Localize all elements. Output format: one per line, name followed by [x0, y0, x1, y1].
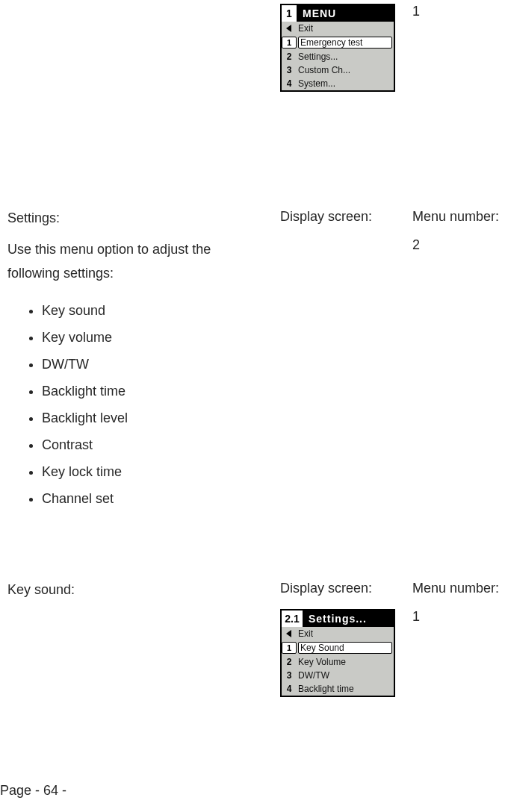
lcd-row-system: 4 System... [282, 77, 394, 90]
lcd-row-idx: 4 [282, 78, 297, 89]
lcd-row-key-sound: 1 Key Sound [282, 641, 394, 655]
lcd-title-num: 2.1 [282, 610, 304, 627]
lcd-row-idx: 2 [282, 51, 297, 62]
lcd-row-label: Settings... [297, 51, 394, 62]
list-item: Backlight time [42, 378, 288, 405]
settings-bullet-list: Key sound Key volume DW/TW Backlight tim… [7, 297, 288, 512]
lcd-row-backlight-time: 4 Backlight time [282, 682, 394, 696]
lcd-title-text: MENU [298, 5, 394, 22]
lcd-screen-menu: 1 MENU Exit 1 Emergency test 2 Settings.… [280, 4, 395, 92]
lcd-row-label: Emergency test [298, 37, 392, 49]
lcd-row-label: System... [297, 78, 394, 89]
lcd-row-idx: 1 [282, 642, 297, 654]
list-item: Key sound [42, 297, 288, 324]
lcd-row-idx: 1 [282, 37, 297, 49]
section-heading-settings: Settings: [7, 209, 254, 228]
lcd-title-num: 1 [282, 5, 298, 22]
menu-number-value: 2 [412, 237, 502, 253]
menu-number-value: 1 [412, 4, 502, 19]
list-item: Channel set [42, 485, 288, 512]
menu-number-value: 1 [412, 609, 502, 625]
lcd-row-dw-tw: 3 DW/TW [282, 669, 394, 682]
lcd-row-label: Key Sound [298, 642, 392, 654]
lcd-row-label: Exit [297, 23, 394, 34]
lcd-row-emergency-test: 1 Emergency test [282, 36, 394, 49]
lcd-titlebar: 2.1 Settings... [282, 610, 394, 627]
lcd-row-idx: 3 [282, 670, 297, 681]
list-item: Key lock time [42, 458, 288, 485]
lcd-row-idx: 3 [282, 65, 297, 75]
svg-marker-0 [286, 25, 291, 32]
display-screen-label: Display screen: [280, 209, 392, 225]
page-number: Page - 64 - [0, 783, 66, 799]
list-item: Contrast [42, 431, 288, 458]
lcd-row-label: Exit [297, 628, 394, 639]
lcd-row-exit: Exit [282, 627, 394, 640]
lcd-screen-settings: 2.1 Settings... Exit 1 Key Sound 2 Key V… [280, 609, 395, 697]
back-arrow-icon [282, 25, 297, 32]
display-screen-label: Display screen: [280, 581, 392, 596]
lcd-title-text: Settings... [304, 610, 394, 627]
lcd-row-idx: 4 [282, 684, 297, 694]
list-item: DW/TW [42, 351, 288, 378]
lcd-row-key-volume: 2 Key Volume [282, 655, 394, 669]
settings-description: Use this menu option to adjust the follo… [7, 237, 254, 286]
section-heading-key-sound: Key sound: [7, 581, 254, 599]
list-item: Backlight level [42, 405, 288, 431]
list-item: Key volume [42, 324, 288, 351]
svg-marker-1 [286, 630, 291, 637]
lcd-row-label: Custom Ch... [297, 65, 394, 75]
manual-page: 1 MENU Exit 1 Emergency test 2 Settings.… [0, 0, 505, 812]
menu-number-label: Menu number: [412, 581, 502, 596]
lcd-row-settings: 2 Settings... [282, 50, 394, 63]
back-arrow-icon [282, 630, 297, 637]
menu-number-label: Menu number: [412, 209, 502, 225]
lcd-row-label: Backlight time [297, 684, 394, 694]
lcd-titlebar: 1 MENU [282, 5, 394, 22]
lcd-row-idx: 2 [282, 657, 297, 667]
lcd-row-custom-ch: 3 Custom Ch... [282, 63, 394, 77]
lcd-row-exit: Exit [282, 22, 394, 35]
lcd-row-label: Key Volume [297, 657, 394, 667]
lcd-row-label: DW/TW [297, 670, 394, 681]
